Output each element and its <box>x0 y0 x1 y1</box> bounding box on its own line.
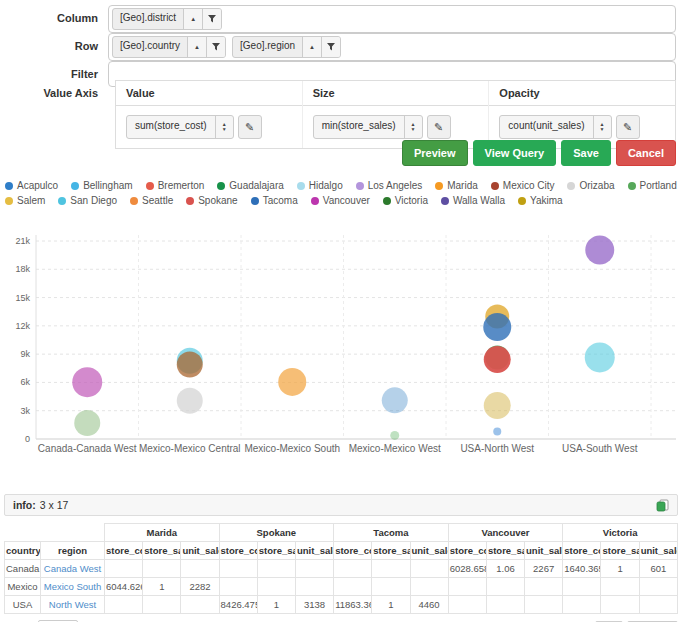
view-query-button[interactable]: View Query <box>473 140 557 166</box>
chip-geo-district[interactable]: [Geo].district ▲ <box>112 8 222 30</box>
sort-caret-icon[interactable]: ▲ <box>183 9 202 29</box>
x-category-label: Canada-Canada West <box>38 443 137 454</box>
legend-item-seattle[interactable]: Seattle <box>130 195 173 206</box>
region-link-mexico-south[interactable]: Mexico South <box>41 578 105 596</box>
export-icon[interactable] <box>656 499 669 512</box>
legend-item-hidalgo[interactable]: Hidalgo <box>297 180 343 191</box>
y-tick-label: 0 <box>25 434 30 444</box>
value-axis-label: Value Axis <box>0 80 108 99</box>
size-aggregate-select[interactable]: min(store_sales) ▲▼ <box>313 115 423 139</box>
bubble-vancouver[interactable] <box>72 367 102 397</box>
table-row: USANorth West8426.47531313811863.3647144… <box>5 596 678 614</box>
bubble-guadalajara[interactable] <box>390 431 399 440</box>
legend-dot-icon <box>567 182 575 190</box>
legend-item-bremerton[interactable]: Bremerton <box>146 180 205 191</box>
region-link-north-west[interactable]: North West <box>41 596 105 614</box>
chip-geo-region[interactable]: [Geo].region ▲ <box>232 36 341 58</box>
y-tick-label: 18k <box>15 264 30 274</box>
bubble-marida[interactable] <box>278 368 306 396</box>
value-aggregate-select[interactable]: sum(store_cost) ▲▼ <box>126 115 234 139</box>
legend-item-portland[interactable]: Portland <box>628 180 677 191</box>
bubble-acapulco[interactable] <box>382 387 408 413</box>
save-button[interactable]: Save <box>561 140 611 166</box>
value-axis-col-value: Value sum(store_cost) ▲▼ ✎ <box>116 81 302 148</box>
value-cell: 1.06 <box>486 560 524 578</box>
bubble-spokane[interactable] <box>484 346 511 373</box>
bubble-yakima[interactable] <box>484 392 511 419</box>
value-cell: 3138 <box>295 596 333 614</box>
legend-item-acapulco[interactable]: Acapulco <box>5 180 58 191</box>
filter-funnel-icon[interactable] <box>206 37 225 57</box>
legend-item-walla-walla[interactable]: Walla Walla <box>441 195 505 206</box>
metric-header-unit-sales: unit_sales <box>295 542 333 560</box>
filter-funnel-icon[interactable] <box>321 37 340 57</box>
legend-item-mexico-city[interactable]: Mexico City <box>491 180 555 191</box>
preview-button[interactable]: Preview <box>402 140 468 166</box>
chip-label: [Geo].country <box>113 37 187 57</box>
legend-dot-icon <box>356 182 364 190</box>
value-cell <box>105 560 143 578</box>
filter-funnel-icon[interactable] <box>202 9 221 29</box>
legend-label: Bremerton <box>158 180 205 191</box>
row-dropzone[interactable]: [Geo].country ▲ [Geo].region ▲ <box>108 33 676 61</box>
legend-label: Portland <box>640 180 677 191</box>
value-cell <box>639 578 677 596</box>
value-cell <box>372 560 410 578</box>
edit-opacity-button[interactable]: ✎ <box>616 115 640 139</box>
legend-item-victoria[interactable]: Victoria <box>383 195 428 206</box>
chip-geo-country[interactable]: [Geo].country ▲ <box>112 36 226 58</box>
legend-item-los-angeles[interactable]: Los Angeles <box>356 180 423 191</box>
value-cell <box>372 578 410 596</box>
select-value: min(store_sales) <box>314 116 404 138</box>
legend-label: Seattle <box>142 195 173 206</box>
legend-item-spokane[interactable]: Spokane <box>186 195 237 206</box>
column-header-region: region <box>41 542 105 560</box>
value-cell: 2282 <box>181 578 219 596</box>
edit-size-button[interactable]: ✎ <box>427 115 451 139</box>
sort-caret-icon[interactable]: ▲ <box>187 37 206 57</box>
bubble-orizaba[interactable] <box>177 388 203 414</box>
column-dropzone[interactable]: [Geo].district ▲ <box>108 5 676 33</box>
cancel-button[interactable]: Cancel <box>616 140 676 166</box>
legend-label: Bellingham <box>83 180 132 191</box>
value-cell: 4460 <box>410 596 448 614</box>
sort-caret-icon[interactable]: ▲ <box>302 37 321 57</box>
legend-item-tacoma[interactable]: Tacoma <box>251 195 298 206</box>
value-cell <box>448 578 486 596</box>
metric-header-store-cost: store_cost <box>105 542 143 560</box>
legend-item-san-diego[interactable]: San Diego <box>58 195 117 206</box>
legend-label: Mexico City <box>503 180 555 191</box>
value-cell <box>295 578 333 596</box>
legend-dot-icon <box>5 197 13 205</box>
legend-dot-icon <box>441 197 449 205</box>
legend-item-marida[interactable]: Marida <box>435 180 478 191</box>
legend-dot-icon <box>491 182 499 190</box>
bubble-tacoma[interactable] <box>483 313 511 341</box>
value-cell <box>601 578 639 596</box>
legend-item-bellingham[interactable]: Bellingham <box>71 180 132 191</box>
legend-item-vancouver[interactable]: Vancouver <box>311 195 370 206</box>
y-tick-label: 21k <box>15 236 30 246</box>
region-link-canada-west[interactable]: Canada West <box>41 560 105 578</box>
bubble-san-diego[interactable] <box>585 342 615 372</box>
value-cell <box>295 560 333 578</box>
action-button-row: PreviewView QuerySaveCancel <box>402 140 676 166</box>
legend-label: Hidalgo <box>309 180 343 191</box>
opacity-aggregate-select[interactable]: count(unit_sales) ▲▼ <box>499 115 611 139</box>
info-label: info: <box>13 499 36 511</box>
legend-item-salem[interactable]: Salem <box>5 195 45 206</box>
bubble-victoria[interactable] <box>74 410 100 436</box>
bubble-los-angeles[interactable] <box>585 235 614 264</box>
x-category-label: Mexico-Mexico Central <box>139 443 241 454</box>
value-cell <box>601 596 639 614</box>
bubble-bellingham[interactable] <box>493 427 501 435</box>
edit-value-button[interactable]: ✎ <box>238 115 262 139</box>
legend-item-yakima[interactable]: Yakima <box>518 195 563 206</box>
legend-dot-icon <box>297 182 305 190</box>
x-category-label: Mexico-Mexico West <box>349 443 441 454</box>
bubble-mexico-city[interactable] <box>177 352 203 378</box>
legend-item-orizaba[interactable]: Orizaba <box>567 180 614 191</box>
value-cell: 8426.4753 <box>219 596 257 614</box>
column-header-country: country <box>5 542 41 560</box>
legend-item-guadalajara[interactable]: Guadalajara <box>217 180 283 191</box>
